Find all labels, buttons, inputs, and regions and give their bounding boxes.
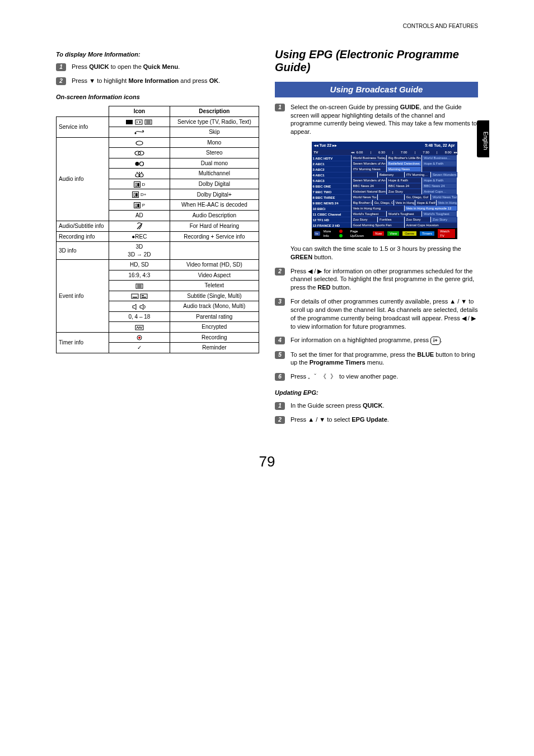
- epg-row: 8 BBC THREEWorld News TodayGo, Diego, Go…: [312, 194, 457, 200]
- dual-mono-icon: [109, 158, 170, 169]
- cat-timer-info: Timer info: [57, 332, 109, 353]
- page-number: 79: [56, 452, 478, 472]
- recording-icon: [109, 332, 170, 343]
- section-header: CONTROLS AND FEATURES: [56, 22, 478, 30]
- svg-rect-23: [132, 294, 138, 298]
- svg-point-10: [138, 151, 144, 155]
- cat-audio-info: Audio info: [57, 137, 109, 221]
- svg-point-7: [134, 132, 136, 134]
- cat-service-info: Service info: [57, 116, 109, 137]
- text: menu.: [366, 359, 385, 366]
- text: .: [441, 337, 442, 343]
- svg-rect-27: [142, 295, 144, 296]
- left-step-2: 2 Press ▼ to highlight More Information …: [56, 77, 259, 85]
- cat-av-subtitle: Audio/Subtitle info: [57, 221, 109, 231]
- step-badge: 2: [275, 268, 285, 276]
- green-label: GREEN: [291, 254, 312, 260]
- left-right-arrow-icon: ◀ / ▶: [308, 268, 322, 274]
- desc-service-type: Service type (TV, Radio, Text): [170, 116, 259, 127]
- step-badge-1: 1: [56, 63, 66, 71]
- stereo-icon: [109, 148, 170, 158]
- onscreen-icons-heading: On-screen Information icons: [56, 93, 259, 101]
- svg-point-8: [136, 141, 143, 145]
- ok-label: OK: [209, 77, 219, 84]
- right-step-2: 2 Press ◀ / ▶ for information on other p…: [275, 267, 478, 292]
- broadcast-guide-heading: Using Broadcast Guide: [275, 82, 478, 97]
- desc-subtitle: Subtitle (Single, Multi): [170, 291, 259, 301]
- text: Press: [72, 63, 89, 70]
- ad-icon: AD: [109, 211, 170, 221]
- step-badge: 1: [275, 402, 285, 410]
- left-step-1: 1 Press QUICK to open the Quick Menu.: [56, 63, 259, 71]
- step-badge: 6: [275, 373, 285, 381]
- info-plus-icon: i+: [430, 337, 441, 344]
- text: Press: [72, 77, 89, 84]
- desc-encrypted: Encrypted: [170, 322, 259, 333]
- svg-point-30: [138, 337, 140, 339]
- text: button.: [312, 254, 333, 260]
- cat-3d-info: 3D info: [57, 242, 109, 260]
- epg-row: 10 BBCiVets in Hong KongVets in Hong Kon…: [312, 206, 457, 211]
- svg-point-11: [135, 162, 139, 166]
- desc-recording: Recording: [170, 332, 259, 343]
- encrypted-icon: [109, 322, 170, 333]
- text: Press: [291, 416, 308, 423]
- svg-point-13: [137, 172, 138, 173]
- svg-rect-24: [133, 297, 137, 298]
- aspect-icon: 16:9, 4:3: [109, 270, 170, 281]
- desc-audio-track: Audio track (Mono, Multi): [170, 301, 259, 312]
- epg-row: 9 BBC NEWS 24Big Brother LiveGo, Diego, …: [312, 200, 457, 206]
- epg-row: 7 BBC TWOKickstart Natural Born DealersZ…: [312, 189, 457, 194]
- icon-header: Icon: [109, 106, 170, 117]
- guide-label: GUIDE: [400, 104, 420, 110]
- icons-table: Icon Description Service info Service ty…: [56, 106, 259, 353]
- text: .: [382, 402, 384, 409]
- rec-icon: ●REC: [109, 231, 170, 242]
- quick-menu-label: Quick Menu: [143, 63, 178, 70]
- svg-point-2: [137, 122, 138, 123]
- text: to view another page.: [339, 373, 398, 380]
- svg-point-17: [139, 174, 143, 177]
- text: For details of other programmes currentl…: [291, 298, 449, 305]
- right-step-3: 3 For details of other programmes curren…: [275, 297, 478, 330]
- desc-parental: Parental rating: [170, 311, 259, 322]
- reminder-icon: ✓: [109, 343, 170, 353]
- epg-date-left: ◂◂ Tue 22 ▸▸: [314, 143, 338, 148]
- description-header: Description: [170, 106, 259, 117]
- svg-rect-1: [135, 120, 142, 124]
- epg-row: 3 ABC2ITV Morning NewsMorning News: [312, 166, 457, 172]
- desc-video-format: Video format (HD, SD): [170, 260, 259, 270]
- epg-footer: i+ More Info Page Up/Down Now View Genre…: [312, 228, 457, 239]
- right-step-4: 4 For information on a highlighted progr…: [275, 336, 478, 344]
- epg-row: 13 FRANCE 2 HDGood Morning Sports FanAni…: [312, 222, 457, 228]
- epg-row: 12 TF1 HDZoo StoryFonkleaZoo StoryZoo St…: [312, 217, 457, 222]
- text: button.: [331, 284, 352, 291]
- page-nav-icon: ꞈ ˇ 《 》: [308, 373, 338, 380]
- programme-timers-label: Programme Timers: [310, 359, 366, 366]
- desc-stereo: Stereo: [170, 148, 259, 158]
- hoh-icon: [109, 221, 170, 231]
- update-step-2: 2 Press ▲ / ▼ to select EPG Update.: [275, 416, 478, 424]
- teletext-icon: [109, 281, 170, 291]
- language-tab: English: [477, 120, 489, 157]
- desc-multichannel: Multichannel: [170, 169, 259, 179]
- text: .: [178, 63, 180, 70]
- epg-row: 2 ABC1Seven Wonders of Ancient RomeBattl…: [312, 161, 457, 166]
- left-right-arrow-icon: ◀ / ▶: [462, 315, 476, 321]
- down-arrow-icon: ▼: [89, 77, 95, 84]
- text: to select: [325, 416, 352, 423]
- text: to open the: [109, 63, 143, 70]
- desc-teletext: Teletext: [170, 281, 259, 291]
- step-badge: 2: [275, 416, 285, 424]
- more-information-label: More Information: [128, 77, 179, 84]
- svg-rect-25: [140, 294, 147, 298]
- blue-label: BLUE: [417, 351, 434, 358]
- text: and press: [179, 77, 209, 84]
- red-label: RED: [317, 284, 330, 291]
- quick-label: QUICK: [363, 402, 382, 409]
- mono-icon: [109, 137, 170, 148]
- cat-recording-info: Recording info: [57, 231, 109, 242]
- svg-point-14: [139, 172, 140, 173]
- desc-audio-description: Audio Description: [170, 211, 259, 221]
- cat-event-info: Event info: [57, 260, 109, 333]
